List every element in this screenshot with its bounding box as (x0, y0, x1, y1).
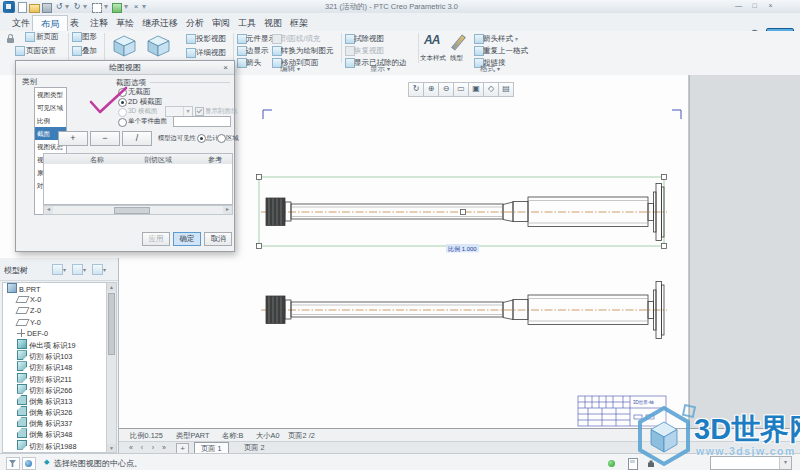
drawing-view-top[interactable]: 比例 1.000 (257, 175, 668, 253)
selection-filter-button[interactable] (6, 457, 20, 470)
tree-item-chamfer[interactable]: 倒角 标识326 (3, 406, 107, 417)
single-part-surface-radio[interactable] (118, 118, 127, 127)
category-view-type[interactable]: 视图类型 (35, 88, 66, 101)
tree-item-csys[interactable]: DEF-0 (3, 328, 107, 339)
tree-item-chamfer[interactable]: 倒角 标识337 (3, 417, 107, 428)
new-sheet-button[interactable]: 新页面 (36, 31, 59, 42)
section-table-body[interactable] (43, 164, 233, 205)
arrow-style-button[interactable]: 箭头样式 ▾ (483, 33, 518, 44)
edit-hatching-button[interactable]: / (122, 131, 152, 146)
regenerate-icon[interactable] (110, 1, 122, 13)
convert-to-draft-button[interactable]: 转换为绘制图元 (281, 45, 334, 56)
drawing-models-button[interactable]: 图形 (82, 31, 97, 42)
next-page-button[interactable]: › (148, 443, 158, 453)
erase-view-button[interactable]: 拭除视图 (354, 33, 384, 44)
edge-display-button[interactable]: 边显示 (246, 45, 269, 56)
selection-handle-bottom-left[interactable] (257, 244, 262, 249)
text-style-button[interactable]: 文本样式 (420, 52, 446, 63)
dialog-close-icon[interactable]: × (220, 62, 231, 73)
selection-handle-top-left[interactable] (257, 175, 262, 180)
drawing-view-bottom[interactable] (261, 282, 667, 339)
last-page-button[interactable]: » (159, 443, 169, 453)
category-visible-area[interactable]: 可见区域 (35, 101, 66, 114)
previous-page-button[interactable]: ‹ (137, 443, 147, 453)
page-setup-button[interactable]: 页面设置 (26, 45, 56, 56)
overlay-button[interactable]: 叠加 (82, 45, 97, 56)
selection-handle-top-right[interactable] (662, 175, 667, 180)
tree-item-plane-z[interactable]: Z-0 (3, 305, 107, 316)
resume-view-button[interactable]: 恢复视图 (354, 45, 384, 56)
tree-item-chamfer[interactable]: 倒角 标识313 (3, 395, 107, 406)
close-button[interactable]: × (764, 1, 777, 11)
group-edit-label[interactable]: 编辑 ▾ (280, 64, 300, 74)
general-view-button[interactable] (110, 33, 139, 58)
visibility-total-radio[interactable] (197, 134, 206, 143)
view-manager-icon[interactable]: ▤ (498, 82, 514, 97)
tree-filter-icon[interactable] (72, 264, 83, 275)
group-display-label[interactable]: 显示 ▾ (370, 64, 390, 74)
minimize-button[interactable]: — (732, 1, 745, 11)
hatch-fill-button[interactable]: 剖面线/填充 (281, 33, 321, 44)
tree-item-chamfer[interactable]: 倒角 标识348 (3, 428, 107, 439)
selection-handle-bottom-right[interactable] (662, 244, 667, 249)
general-view-alt-button[interactable] (144, 33, 173, 58)
no-section-radio[interactable] (118, 88, 127, 97)
web-browser-button[interactable] (22, 457, 36, 470)
tree-scrollbar[interactable]: ▲ ▼ (106, 282, 117, 453)
apply-button[interactable]: 应用 (142, 232, 170, 246)
regenerate-caret-icon[interactable]: ▾ (122, 1, 130, 13)
repaint-icon[interactable]: ↻ (408, 82, 424, 97)
first-page-button[interactable]: « (126, 443, 136, 453)
zoom-out-icon[interactable]: ⊖ (438, 82, 454, 97)
cancel-button[interactable]: 取消 (204, 232, 232, 246)
line-style-button[interactable]: 线型 (450, 52, 463, 63)
redo-caret-icon[interactable]: ▾ (81, 1, 89, 13)
2d-cross-section-radio[interactable] (118, 98, 127, 107)
tree-item-cut[interactable]: 切割 标识1988 (3, 440, 107, 451)
page-tab-2[interactable]: 页面 2 (238, 442, 271, 453)
display-style-icon[interactable]: ▣ (468, 82, 484, 97)
show-hatch-checkbox[interactable] (195, 107, 204, 116)
tab-framework[interactable]: 框架 (282, 15, 316, 31)
tree-item-cut[interactable]: 切割 标识211 (3, 373, 107, 384)
tree-item-plane-y[interactable]: Y-0 (3, 317, 107, 328)
arrows-button[interactable]: 箭头 (246, 57, 261, 68)
quick-access-caret-icon[interactable]: ▾ (140, 1, 148, 13)
tree-display-caret-icon[interactable]: ▾ (63, 266, 66, 273)
tree-item-part[interactable]: B.PRT (3, 283, 107, 294)
tree-filter-caret-icon[interactable]: ▾ (83, 266, 86, 273)
tree-item-cut[interactable]: 切割 标识103 (3, 350, 107, 361)
add-section-button[interactable]: + (58, 131, 88, 146)
repeat-last-format-button[interactable]: 重复上一格式 (483, 45, 528, 56)
scroll-right-icon[interactable]: ► (223, 206, 232, 214)
scrollbar-thumb[interactable] (108, 293, 115, 355)
scroll-left-icon[interactable]: ◄ (44, 206, 53, 214)
new-file-icon[interactable] (16, 1, 28, 13)
group-format-label[interactable]: 格式 ▾ (480, 64, 500, 74)
tree-item-cut[interactable]: 切割 标识148 (3, 361, 107, 372)
3d-cross-section-radio[interactable] (118, 108, 127, 117)
selection-filter-combobox[interactable]: ▾ (710, 456, 792, 470)
ok-button[interactable]: 确定 (173, 232, 201, 246)
tree-columns-caret-icon[interactable]: ▾ (103, 266, 106, 273)
scrollbar-thumb[interactable] (114, 207, 150, 214)
window-select-caret-icon[interactable]: ▾ (102, 1, 110, 13)
table-horizontal-scrollbar[interactable]: ◄ ► (43, 205, 233, 215)
tree-item-extrude[interactable]: 伸出项 标识19 (3, 339, 107, 350)
saved-orientations-icon[interactable]: ◇ (483, 82, 499, 97)
single-surface-field[interactable] (173, 116, 231, 127)
category-scale[interactable]: 比例 (35, 114, 66, 127)
refit-icon[interactable]: ▭ (453, 82, 469, 97)
window-select-icon[interactable] (90, 1, 102, 13)
visibility-area-radio[interactable] (217, 134, 226, 143)
dialog-title-bar[interactable]: 绘图视图 (16, 61, 234, 75)
scroll-down-icon[interactable]: ▼ (107, 444, 116, 452)
zoom-in-icon[interactable]: ⊕ (423, 82, 439, 97)
view-center-handle[interactable] (461, 210, 466, 215)
tree-columns-icon[interactable] (92, 264, 103, 275)
presence-icon[interactable] (646, 459, 656, 467)
detailed-view-button[interactable]: 详细视图 (196, 47, 226, 58)
remove-section-button[interactable]: − (90, 131, 120, 146)
save-icon[interactable] (40, 1, 52, 13)
open-file-icon[interactable] (28, 1, 40, 13)
